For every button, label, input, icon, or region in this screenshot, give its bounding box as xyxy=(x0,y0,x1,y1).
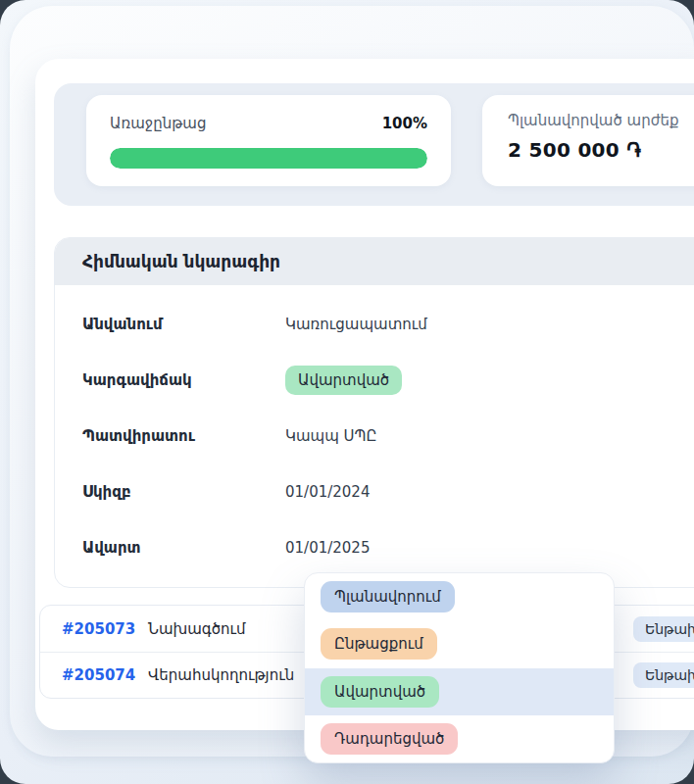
detail-label: Սկիզբ xyxy=(82,483,285,501)
task-id-link[interactable]: #205073 xyxy=(62,620,148,638)
task-name: Վերահսկողություն xyxy=(148,666,294,684)
detail-label: Պատվիրատու xyxy=(82,427,285,445)
detail-label: Ավարտ xyxy=(82,539,285,557)
detail-row: Կարգավիճակ Ավարտված xyxy=(82,352,694,408)
main-description-section: Հիմնական նկարագիր Անվանում Կառուցապատում… xyxy=(54,237,694,588)
task-name: Նախագծում xyxy=(148,620,246,638)
detail-row: Անվանում Կառուցապատում xyxy=(82,296,694,352)
status-option[interactable]: Պլանավորում xyxy=(305,573,614,620)
status-option-badge: Պլանավորում xyxy=(321,581,455,612)
detail-value: 01/01/2025 xyxy=(285,539,370,557)
detail-value: Կապպ ՍՊԸ xyxy=(285,427,377,445)
section-body: Անվանում Կառուցապատում Կարգավիճակ Ավարտվ… xyxy=(55,285,694,575)
app-screen: Առաջընթաց 100% Պլանավորված արժեք 2 500 0… xyxy=(0,0,694,784)
detail-value: Ավարտված xyxy=(285,366,402,395)
progress-percent: 100% xyxy=(382,115,427,132)
section-title: Հիմնական նկարագիր xyxy=(55,238,694,285)
task-status-badge: Ենթախնդիր xyxy=(633,616,694,642)
detail-label: Կարգավիճակ xyxy=(82,371,285,389)
detail-value: 01/01/2024 xyxy=(285,483,370,501)
progress-bar-track xyxy=(110,148,427,169)
detail-label: Անվանում xyxy=(82,316,285,333)
planned-value-label: Պլանավորված արժեք xyxy=(508,112,694,129)
status-option-badge: Դադարեցված xyxy=(321,723,458,755)
stats-strip: Առաջընթաց 100% Պլանավորված արժեք 2 500 0… xyxy=(54,83,694,206)
status-dropdown-menu: Պլանավորում Ընթացքում Ավարտված Դադարեցվա… xyxy=(304,572,615,763)
progress-bar-fill xyxy=(110,148,427,169)
detail-value: Կառուցապատում xyxy=(285,316,427,333)
detail-row: Սկիզբ 01/01/2024 xyxy=(82,464,694,519)
detail-row: Ավարտ 01/01/2025 xyxy=(82,519,694,575)
planned-value-card: Պլանավորված արժեք 2 500 000 ֏ xyxy=(482,95,694,186)
status-option-badge: Ավարտված xyxy=(321,676,439,708)
planned-value-amount: 2 500 000 ֏ xyxy=(508,138,694,162)
status-option[interactable]: Ընթացքում xyxy=(305,620,614,667)
status-option[interactable]: Դադարեցված xyxy=(305,715,614,762)
progress-label: Առաջընթաց xyxy=(110,115,206,132)
task-id-link[interactable]: #205074 xyxy=(62,666,148,684)
progress-card: Առաջընթաց 100% xyxy=(86,95,451,186)
status-option[interactable]: Ավարտված xyxy=(305,668,614,715)
detail-row: Պատվիրատու Կապպ ՍՊԸ xyxy=(82,408,694,464)
task-status-badge: Ենթախնդիր xyxy=(633,662,694,688)
status-option-badge: Ընթացքում xyxy=(321,628,437,660)
